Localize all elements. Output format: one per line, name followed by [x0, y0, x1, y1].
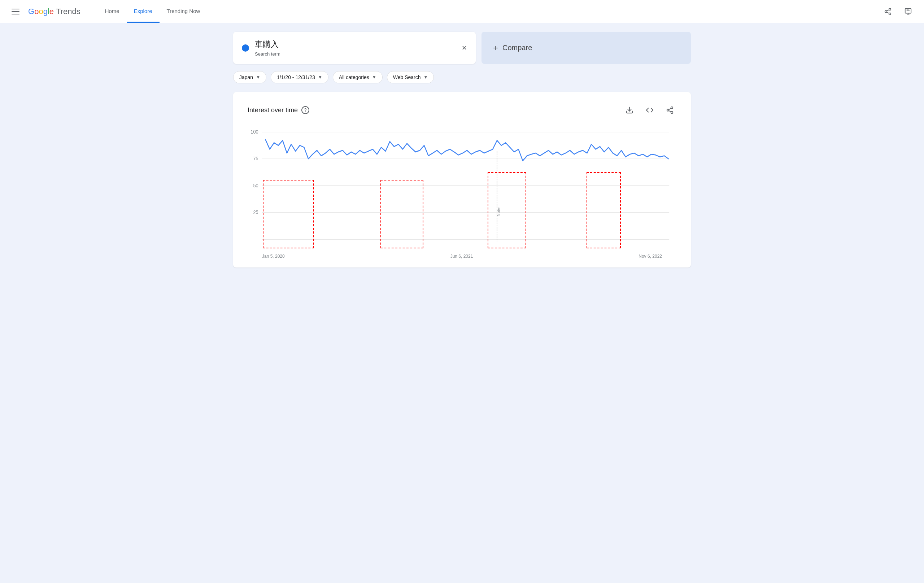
main-content: 車購入 Search term ✕ + Compare Japan ▼ 1/1/… — [228, 23, 696, 276]
svg-text:100: 100 — [251, 129, 258, 135]
feedback-icon — [904, 8, 912, 15]
chart-area: 100 75 50 25 Note — [248, 128, 676, 251]
nav-item-home[interactable]: Home — [98, 0, 127, 23]
chart-header: Interest over time ? — [248, 104, 676, 117]
svg-text:75: 75 — [253, 156, 258, 162]
chart-actions — [623, 104, 676, 117]
embed-icon — [646, 106, 653, 114]
chart-svg: 100 75 50 25 Note — [248, 128, 676, 251]
x-axis-labels: Jan 5, 2020 Jun 6, 2021 Nov 6, 2022 — [248, 251, 676, 259]
svg-line-15 — [669, 108, 671, 110]
svg-line-4 — [887, 9, 889, 11]
svg-line-14 — [669, 111, 671, 112]
filter-category-arrow: ▼ — [372, 75, 376, 80]
filter-search-type-label: Web Search — [393, 74, 421, 80]
header: Google Trends Home Explore Trending Now — [0, 0, 924, 23]
filter-category-label: All categories — [339, 74, 369, 80]
chart-share-icon — [666, 106, 674, 114]
menu-icon[interactable] — [9, 6, 22, 17]
header-nav: Home Explore Trending Now — [98, 0, 208, 23]
x-label-0: Jan 5, 2020 — [262, 254, 285, 259]
search-section: 車購入 Search term ✕ + Compare — [233, 32, 691, 64]
embed-button[interactable] — [643, 104, 656, 117]
header-left: Google Trends — [9, 6, 81, 17]
logo[interactable]: Google Trends — [28, 7, 81, 16]
nav-item-explore[interactable]: Explore — [127, 0, 160, 23]
search-box: 車購入 Search term ✕ — [233, 32, 476, 64]
filters-row: Japan ▼ 1/1/20 - 12/31/23 ▼ All categori… — [233, 71, 691, 83]
chart-share-button[interactable] — [663, 104, 676, 117]
x-label-1: Jun 6, 2021 — [450, 254, 473, 259]
x-label-2: Nov 6, 2022 — [639, 254, 662, 259]
chart-title-group: Interest over time ? — [248, 106, 309, 114]
svg-text:50: 50 — [253, 183, 258, 188]
filter-date[interactable]: 1/1/20 - 12/31/23 ▼ — [271, 71, 328, 83]
filter-date-label: 1/1/20 - 12/31/23 — [277, 74, 315, 80]
svg-text:25: 25 — [253, 210, 258, 216]
filter-date-arrow: ▼ — [318, 75, 322, 80]
download-button[interactable] — [623, 104, 636, 117]
filter-country[interactable]: Japan ▼ — [233, 71, 266, 83]
search-dot — [242, 45, 249, 51]
feedback-button[interactable] — [901, 4, 915, 19]
compare-plus-icon: + — [493, 43, 498, 53]
search-term: 車購入 — [255, 39, 280, 50]
share-icon — [884, 8, 892, 15]
compare-label: Compare — [502, 44, 532, 52]
nav-item-trending-now[interactable]: Trending Now — [160, 0, 208, 23]
logo-trends: Trends — [56, 7, 81, 16]
share-button[interactable] — [881, 4, 895, 19]
svg-line-3 — [887, 12, 889, 13]
chart-title: Interest over time — [248, 106, 298, 114]
filter-country-arrow: ▼ — [256, 75, 260, 80]
filter-category[interactable]: All categories ▼ — [333, 71, 383, 83]
chart-card: Interest over time ? — [233, 92, 691, 268]
search-label: Search term — [255, 51, 280, 57]
header-actions — [881, 4, 915, 19]
download-icon — [625, 106, 634, 114]
search-text-group: 車購入 Search term — [255, 39, 280, 57]
svg-text:Note: Note — [496, 208, 501, 216]
help-icon[interactable]: ? — [301, 106, 309, 114]
filter-search-type-arrow: ▼ — [424, 75, 428, 80]
filter-country-label: Japan — [239, 74, 253, 80]
search-clear-button[interactable]: ✕ — [462, 44, 467, 52]
compare-box[interactable]: + Compare — [482, 32, 691, 64]
filter-search-type[interactable]: Web Search ▼ — [387, 71, 434, 83]
